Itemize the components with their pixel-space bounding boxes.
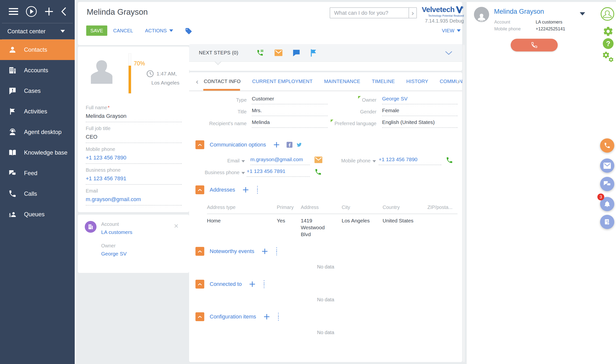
run-process-icon[interactable] bbox=[26, 6, 37, 17]
comm-business-value[interactable]: +1 123 456 7891 bbox=[247, 168, 310, 177]
chat-fab-icon[interactable] bbox=[600, 177, 614, 191]
save-button[interactable]: SAVE bbox=[86, 26, 107, 36]
owner-label: Owner bbox=[101, 243, 116, 249]
sidebar-item-feed[interactable]: Feed bbox=[0, 163, 75, 183]
owner-value-link[interactable]: George SV bbox=[382, 96, 458, 104]
cancel-button[interactable]: CANCEL bbox=[113, 26, 133, 36]
collapse-section-icon[interactable] bbox=[195, 140, 204, 149]
tabs-scroll-right-icon[interactable]: › bbox=[457, 77, 460, 86]
collapse-section-icon[interactable] bbox=[195, 247, 204, 256]
sidebar-item-accounts[interactable]: Accounts bbox=[0, 60, 75, 81]
cti-contact-name[interactable]: Melinda Grayson bbox=[494, 8, 544, 15]
configuration-items-menu-icon[interactable]: ⋮⋮ bbox=[276, 313, 281, 320]
column-header[interactable]: City bbox=[342, 205, 350, 210]
tab-maintenance[interactable]: MAINTENANCE bbox=[324, 79, 360, 84]
sidebar-item-calls[interactable]: Calls bbox=[0, 183, 75, 204]
column-header[interactable]: ZIP/posta... bbox=[427, 205, 452, 210]
preferred-language-value[interactable]: English (United States) bbox=[382, 119, 458, 128]
add-call-icon[interactable] bbox=[257, 49, 264, 57]
actions-button[interactable]: ACTIONS bbox=[145, 26, 173, 36]
sidebar-item-queues[interactable]: Queues bbox=[0, 204, 75, 225]
sidebar-item-cases[interactable]: Cases bbox=[0, 81, 75, 101]
type-value[interactable]: Customer bbox=[252, 96, 328, 104]
main-scrollbar[interactable] bbox=[463, 45, 465, 362]
tabs-scroll-left-icon[interactable]: ‹ bbox=[196, 78, 198, 86]
job-title-value[interactable]: CEO bbox=[86, 134, 182, 143]
tab-history[interactable]: HISTORY bbox=[406, 79, 428, 84]
full-name-value[interactable]: Melinda Grayson bbox=[86, 113, 182, 122]
add-communication-icon[interactable] bbox=[273, 142, 280, 148]
view-button[interactable]: VIEW bbox=[442, 26, 461, 36]
owner-link[interactable]: George SV bbox=[101, 251, 127, 257]
add-message-icon[interactable] bbox=[293, 50, 300, 56]
add-noteworthy-event-icon[interactable] bbox=[262, 248, 268, 255]
comm-type-dropdown-icon[interactable] bbox=[242, 172, 245, 174]
end-call-button[interactable] bbox=[511, 39, 558, 52]
close-icon[interactable]: × bbox=[174, 222, 179, 230]
email-value[interactable]: m.grayson@gmail.com bbox=[86, 196, 182, 206]
add-connection-icon[interactable] bbox=[249, 281, 256, 287]
table-cell-primary[interactable]: Yes bbox=[277, 217, 285, 224]
collapse-section-icon[interactable] bbox=[195, 280, 204, 288]
noteworthy-events-menu-icon[interactable]: ⋮⋮ bbox=[274, 248, 279, 255]
business-phone-value[interactable]: +1 123 456 7891 bbox=[86, 175, 182, 185]
search-go-icon[interactable]: › bbox=[409, 8, 416, 18]
facebook-icon[interactable] bbox=[287, 142, 293, 148]
search-input[interactable] bbox=[330, 8, 409, 18]
sidebar-item-knowledge-base[interactable]: Knowledge base bbox=[0, 142, 75, 163]
account-link[interactable]: LA customers bbox=[101, 229, 132, 235]
help-icon[interactable]: ? bbox=[603, 38, 614, 49]
add-record-icon[interactable] bbox=[45, 7, 53, 16]
hamburger-menu-icon[interactable] bbox=[9, 8, 18, 15]
tab-current-employment[interactable]: CURRENT EMPLOYMENT bbox=[252, 79, 313, 84]
tab-timeline[interactable]: TIMELINE bbox=[372, 79, 395, 84]
contact-photo-placeholder[interactable] bbox=[87, 57, 116, 84]
workplace-selector[interactable]: Contact center bbox=[0, 23, 75, 39]
feed-icon bbox=[8, 169, 17, 177]
chevron-down-icon[interactable] bbox=[580, 12, 585, 15]
email-fab-icon[interactable] bbox=[600, 158, 614, 173]
tag-icon[interactable] bbox=[185, 27, 192, 35]
tab-contact-info[interactable]: CONTACT INFO bbox=[204, 79, 241, 84]
table-cell-address-type[interactable]: Home bbox=[207, 217, 221, 224]
table-cell-city[interactable]: Los Angeles bbox=[342, 217, 370, 224]
sidebar-scrollbar[interactable] bbox=[75, 0, 76, 364]
collapse-section-icon[interactable] bbox=[195, 312, 204, 321]
table-cell-address[interactable]: 1419 Westwood Blvd bbox=[301, 217, 326, 238]
settings-gear-icon[interactable] bbox=[603, 26, 614, 37]
gender-value[interactable]: Female bbox=[382, 107, 458, 116]
collapse-sidebar-icon[interactable] bbox=[61, 7, 66, 16]
sidebar-item-contacts[interactable]: Contacts bbox=[0, 39, 75, 60]
cti-call-icon[interactable] bbox=[600, 138, 614, 153]
column-header[interactable]: Country bbox=[383, 205, 400, 210]
comm-mobile-value[interactable]: +1 123 456 7890 bbox=[379, 156, 441, 165]
table-cell-country[interactable]: United States bbox=[383, 217, 413, 224]
call-mobile-icon[interactable] bbox=[446, 156, 453, 165]
addresses-menu-icon[interactable]: ⋮⋮ bbox=[255, 186, 260, 193]
mobile-phone-value[interactable]: +1 123 456 7890 bbox=[86, 155, 182, 164]
process-tasks-icon[interactable] bbox=[600, 215, 614, 229]
comm-type-dropdown-icon[interactable] bbox=[242, 160, 245, 162]
add-configuration-item-icon[interactable] bbox=[264, 313, 270, 320]
add-task-flag-icon[interactable] bbox=[310, 49, 317, 57]
column-header[interactable]: Address bbox=[301, 205, 326, 210]
twitter-icon[interactable] bbox=[296, 142, 303, 148]
system-designer-icon[interactable] bbox=[602, 51, 614, 63]
recipient-name-value[interactable]: Melinda bbox=[252, 119, 328, 128]
title-value[interactable]: Mrs. bbox=[252, 107, 328, 116]
expand-next-steps-icon[interactable] bbox=[445, 51, 452, 55]
add-email-icon[interactable] bbox=[275, 50, 282, 56]
comm-email-value[interactable]: m.grayson@gmail.com bbox=[250, 156, 310, 165]
cti-panel: Melinda Grayson Account LA customers Mob… bbox=[466, 2, 616, 364]
comm-type-dropdown-icon[interactable] bbox=[372, 160, 376, 162]
connected-to-menu-icon[interactable]: ⋮⋮ bbox=[261, 281, 267, 287]
user-profile-icon[interactable] bbox=[600, 7, 615, 21]
collapse-section-icon[interactable] bbox=[195, 185, 204, 194]
sidebar-item-agent-desktop[interactable]: Agent desktop bbox=[0, 122, 75, 142]
call-business-icon[interactable] bbox=[314, 168, 322, 177]
column-header[interactable]: Address type bbox=[207, 205, 236, 210]
column-header[interactable]: Primary bbox=[277, 205, 294, 210]
sidebar-item-activities[interactable]: Activities bbox=[0, 101, 75, 122]
add-address-icon[interactable] bbox=[243, 187, 249, 193]
account-card: Account LA customers Owner George SV × bbox=[78, 215, 189, 273]
